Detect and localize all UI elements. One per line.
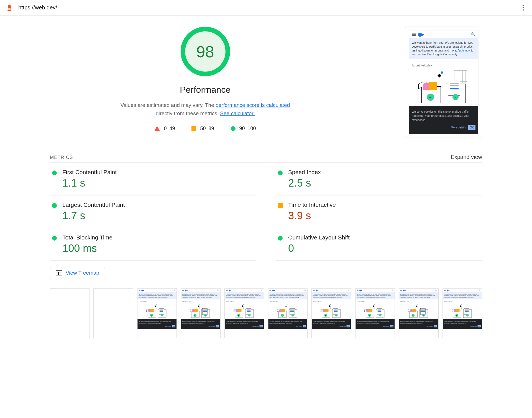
- webdev-logo-icon: ⬤▸: [447, 290, 449, 291]
- preview-illustration: ✓ ✓: [400, 304, 437, 318]
- preview-more-link: More details: [470, 325, 477, 327]
- metrics-grid: First Contentful Paint 1.1 s Speed Index…: [50, 162, 482, 261]
- metric-row: Speed Index 2.5 s: [276, 163, 482, 195]
- preview-banner: We want to hear from you! We are looking…: [225, 292, 264, 299]
- webdev-logo-icon: ⬤▸: [403, 290, 406, 291]
- preview-cookie-notice: We serve cookies on this site to analyze…: [137, 319, 177, 329]
- preview-cookie-notice: We serve cookies on this site to analyze…: [268, 319, 307, 329]
- svg-rect-2: [56, 270, 62, 275]
- preview-more-link: More details: [339, 325, 346, 327]
- hamburger-icon: [139, 290, 140, 291]
- preview-illustration: ✓ ✓: [139, 304, 175, 318]
- preview-about-heading: About web.dev: [357, 301, 393, 303]
- webdev-logo-icon: ⬤▸: [316, 290, 318, 291]
- search-icon: 🔍: [471, 32, 475, 37]
- preview-ok-button: OK: [477, 325, 480, 327]
- webdev-logo-icon: ⬤▸: [185, 290, 188, 291]
- webdev-logo-icon: ⬤▸: [228, 290, 231, 291]
- filmstrip-frame[interactable]: ⬤▸ 🔍 We want to hear from you! We are lo…: [399, 288, 438, 338]
- treemap-icon: [56, 270, 62, 275]
- calc-link-1[interactable]: performance score is calculated: [216, 102, 290, 108]
- filmstrip-frame-blank[interactable]: [50, 288, 89, 338]
- preview-about-heading: About web.dev: [412, 64, 475, 67]
- performance-summary: 98 Performance Values are estimated and …: [50, 27, 360, 131]
- preview-more-link: More details: [252, 325, 259, 327]
- pass-circle-icon: [278, 236, 283, 241]
- preview-illustration: ✓ ✓: [182, 304, 219, 318]
- search-icon: 🔍: [479, 290, 480, 291]
- preview-illustration: ✓ ✓: [270, 304, 306, 318]
- page-screenshot-preview: ⬤▸ 🔍 We want to hear from you! We are lo…: [405, 27, 482, 138]
- score-gauge: 98: [180, 27, 230, 76]
- page-url: https://web.dev/: [18, 4, 520, 11]
- preview-banner: We want to hear from you! We are looking…: [181, 292, 220, 299]
- preview-about-heading: About web.dev: [139, 301, 175, 303]
- calc-link-2[interactable]: See calculator.: [220, 110, 255, 116]
- metric-name: Cumulative Layout Shift: [288, 234, 350, 241]
- filmstrip: ⬤▸ 🔍 We want to hear from you! We are lo…: [50, 288, 482, 338]
- preview-banner: We want to hear from you! We are looking…: [409, 38, 478, 59]
- preview-about-heading: About web.dev: [226, 301, 262, 303]
- filmstrip-frame[interactable]: ⬤▸ 🔍 We want to hear from you! We are lo…: [137, 288, 177, 338]
- search-icon: 🔍: [217, 290, 219, 291]
- webdev-logo-icon: ⬤▸: [359, 290, 362, 291]
- avg-square-icon: [278, 203, 283, 208]
- preview-cookie-notice: We serve cookies on this site to analyze…: [225, 319, 264, 329]
- search-icon: 🔍: [435, 290, 437, 291]
- preview-illustration: ✓ ✓: [412, 70, 475, 103]
- preview-about-heading: About web.dev: [444, 301, 480, 303]
- preview-more-link: More details: [427, 325, 433, 327]
- hamburger-icon: [182, 290, 184, 291]
- metric-row: Time to Interactive 3.9 s: [276, 195, 482, 228]
- filmstrip-frame[interactable]: ⬤▸ 🔍 We want to hear from you! We are lo…: [443, 288, 482, 338]
- search-icon: 🔍: [348, 290, 350, 291]
- preview-more-link: More details: [383, 325, 389, 327]
- hamburger-icon: [313, 290, 315, 291]
- preview-illustration: ✓ ✓: [444, 304, 480, 318]
- preview-ok-button: OK: [259, 325, 262, 327]
- more-menu-button[interactable]: [520, 4, 526, 11]
- view-treemap-button[interactable]: View Treemap: [50, 267, 105, 279]
- pass-circle-icon: [231, 126, 236, 131]
- preview-illustration: ✓ ✓: [313, 304, 350, 318]
- fail-triangle-icon: [154, 126, 160, 131]
- filmstrip-frame[interactable]: ⬤▸ 🔍 We want to hear from you! We are lo…: [268, 288, 308, 338]
- metric-row: Largest Contentful Paint 1.7 s: [50, 195, 256, 228]
- metric-row: Total Blocking Time 100 ms: [50, 228, 256, 261]
- filmstrip-frame[interactable]: ⬤▸ 🔍 We want to hear from you! We are lo…: [311, 288, 351, 338]
- preview-about-heading: About web.dev: [182, 301, 219, 303]
- search-icon: 🔍: [173, 290, 175, 291]
- preview-cookie-notice: We serve cookies on this site to analyze…: [312, 319, 351, 329]
- filmstrip-frame[interactable]: ⬤▸ 🔍 We want to hear from you! We are lo…: [181, 288, 220, 338]
- hamburger-icon: [226, 290, 227, 291]
- preview-more-link: More details: [165, 325, 171, 327]
- preview-ok-button: OK: [434, 325, 437, 327]
- score-value: 98: [196, 42, 214, 61]
- lighthouse-icon: [6, 4, 13, 12]
- score-legend: 0–49 50–89 90–100: [154, 126, 256, 131]
- preview-cookie-notice: We serve cookies on this site to analyze…: [181, 319, 220, 329]
- filmstrip-frame-blank[interactable]: [93, 288, 133, 338]
- filmstrip-frame[interactable]: ⬤▸ 🔍 We want to hear from you! We are lo…: [224, 288, 264, 338]
- metric-value: 100 ms: [62, 242, 112, 254]
- hamburger-icon: [270, 290, 271, 291]
- search-icon: 🔍: [391, 290, 393, 291]
- metric-value: 0: [288, 242, 350, 254]
- hamburger-icon: [444, 290, 446, 291]
- preview-cookie-notice: We serve cookies on this site to analyze…: [409, 106, 478, 134]
- search-icon: 🔍: [260, 290, 262, 291]
- expand-view-toggle[interactable]: Expand view: [451, 154, 482, 160]
- hamburger-icon: [357, 290, 358, 291]
- pass-circle-icon: [278, 171, 283, 175]
- app-header: https://web.dev/: [0, 0, 532, 16]
- metric-value: 3.9 s: [288, 210, 336, 222]
- preview-banner: We want to hear from you! We are looking…: [268, 292, 307, 299]
- preview-banner: We want to hear from you! We are looking…: [355, 292, 395, 299]
- metric-name: Time to Interactive: [288, 202, 336, 208]
- preview-illustration: ✓ ✓: [357, 304, 393, 318]
- metric-value: 1.1 s: [62, 177, 117, 189]
- preview-banner: We want to hear from you! We are looking…: [399, 292, 438, 299]
- preview-cookie-notice: We serve cookies on this site to analyze…: [355, 319, 395, 329]
- metric-name: Speed Index: [288, 169, 321, 176]
- filmstrip-frame[interactable]: ⬤▸ 🔍 We want to hear from you! We are lo…: [355, 288, 395, 338]
